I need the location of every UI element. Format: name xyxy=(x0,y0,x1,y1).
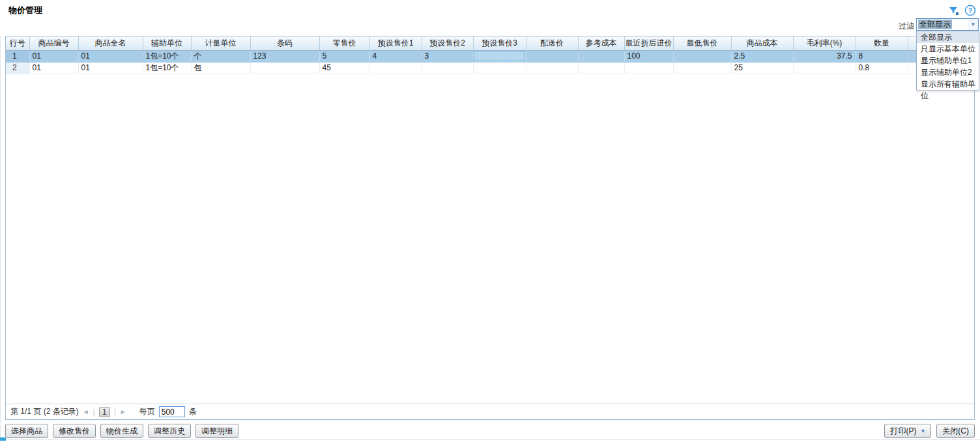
pager-separator: | xyxy=(93,407,95,417)
cell-product-code[interactable]: 01 xyxy=(29,50,78,62)
cell-aux-unit[interactable]: 1包=10个 xyxy=(143,62,191,74)
chevron-down-icon[interactable]: ▼ xyxy=(968,19,978,30)
filter-combobox[interactable]: 全部显示 ▼ xyxy=(916,18,979,31)
page-info: 第 1/1 页 (2 条记录) xyxy=(10,406,79,417)
cell-retail-price[interactable]: 5 xyxy=(319,50,369,62)
action-buttons-left: 选择商品 修改售价 物价生成 调整历史 调整明细 xyxy=(5,424,238,438)
table-row[interactable]: 1 01 01 1包=10个 个 123 5 4 3 100 2.5 37.5 … xyxy=(6,50,974,62)
filter-combobox-value: 全部显示 xyxy=(918,20,952,29)
col-header-quantity[interactable]: 数量 xyxy=(856,36,908,50)
col-header-preset-price-2[interactable]: 预设售价2 xyxy=(422,36,473,50)
cell-delivery-price[interactable] xyxy=(526,62,578,74)
help-icon[interactable]: ? xyxy=(964,5,976,16)
cell-measure-unit[interactable]: 包 xyxy=(191,62,250,74)
select-product-button[interactable]: 选择商品 xyxy=(5,424,48,438)
cell-aux-unit[interactable]: 1包=10个 xyxy=(143,50,191,62)
adjust-detail-button[interactable]: 调整明细 xyxy=(195,424,238,438)
col-header-preset-price-1[interactable]: 预设售价1 xyxy=(369,36,422,50)
modify-price-button[interactable]: 修改售价 xyxy=(53,424,96,438)
price-table-panel: 行号 商品编号 商品全名 辅助单位 计量单位 条码 零售价 预设售价1 预设售价… xyxy=(5,36,975,420)
dropdown-option-aux-unit-1[interactable]: 显示辅助单位1 xyxy=(917,55,979,66)
per-page-input[interactable] xyxy=(159,406,185,417)
cell-preset-price-2[interactable] xyxy=(422,62,473,74)
cell-lowest-price[interactable] xyxy=(673,62,731,74)
per-page-unit: 条 xyxy=(189,406,197,417)
cell-barcode[interactable]: 123 xyxy=(250,50,319,62)
col-header-product-code[interactable]: 商品编号 xyxy=(29,36,78,50)
dropdown-option-all-aux-units[interactable]: 显示所有辅助单位 xyxy=(917,78,979,90)
cell-barcode[interactable] xyxy=(250,62,319,74)
cell-gross-margin[interactable]: 37.5 xyxy=(793,50,856,62)
cell-reference-cost[interactable] xyxy=(578,50,624,62)
col-header-product-cost[interactable]: 商品成本 xyxy=(731,36,793,50)
cell-row-no[interactable]: 1 xyxy=(6,50,29,62)
col-header-gross-margin[interactable]: 毛利率(%) xyxy=(793,36,856,50)
cell-measure-unit[interactable]: 个 xyxy=(191,50,250,62)
cell-product-cost[interactable]: 25 xyxy=(731,62,793,74)
cell-gross-margin[interactable] xyxy=(793,62,856,74)
cell-recent-discounted-cost[interactable] xyxy=(624,62,673,74)
action-buttons-right: 打印(P) ▼ 关闭(C) xyxy=(884,424,975,438)
col-header-lowest-price[interactable]: 最低售价 xyxy=(673,36,731,50)
pagination-bar: 第 1/1 页 (2 条记录) ◄ | 1 | ► 每页 条 xyxy=(6,404,974,419)
cell-retail-price[interactable]: 45 xyxy=(319,62,369,74)
dropdown-option-aux-unit-2[interactable]: 显示辅助单位2 xyxy=(917,66,979,78)
dropdown-option-basic-unit-only[interactable]: 只显示基本单位 xyxy=(917,43,979,55)
col-header-retail-price[interactable]: 零售价 xyxy=(319,36,369,50)
cell-product-code[interactable]: 01 xyxy=(29,62,78,74)
adjust-history-button[interactable]: 调整历史 xyxy=(148,424,191,438)
window-left-edge xyxy=(0,36,1,439)
cell-preset-price-3[interactable] xyxy=(473,62,526,74)
col-header-aux-unit[interactable]: 辅助单位 xyxy=(143,36,191,50)
cell-quantity[interactable]: 0.8 xyxy=(856,62,908,74)
cell-delivery-price[interactable] xyxy=(526,50,578,62)
svg-text:?: ? xyxy=(968,7,972,14)
next-page-icon[interactable]: ► xyxy=(120,408,126,415)
cell-preset-price-2[interactable]: 3 xyxy=(422,50,473,62)
cell-reference-cost[interactable] xyxy=(578,62,624,74)
cell-quantity[interactable]: 8 xyxy=(856,50,908,62)
cell-preset-price-1[interactable] xyxy=(369,62,422,74)
cell-product-name[interactable]: 01 xyxy=(78,50,143,62)
corner-accent-chip xyxy=(0,437,6,441)
filter-funnel-icon[interactable] xyxy=(948,5,960,17)
cell-recent-discounted-cost[interactable]: 100 xyxy=(624,50,673,62)
print-button-label: 打印(P) xyxy=(890,426,916,437)
table-row[interactable]: 2 01 01 1包=10个 包 45 25 0.8 xyxy=(6,62,974,74)
print-button[interactable]: 打印(P) ▼ xyxy=(884,424,931,438)
current-page-button[interactable]: 1 xyxy=(99,407,110,417)
prev-page-icon[interactable]: ◄ xyxy=(83,408,89,415)
col-header-barcode[interactable]: 条码 xyxy=(250,36,319,50)
cell-preset-price-1[interactable]: 4 xyxy=(369,50,422,62)
dropdown-option-show-all[interactable]: 全部显示 xyxy=(917,31,979,43)
col-header-preset-price-3[interactable]: 预设售价3 xyxy=(473,36,526,50)
filter-label: 过滤 xyxy=(899,21,914,32)
col-header-measure-unit[interactable]: 计量单位 xyxy=(191,36,250,50)
cell-row-no[interactable]: 2 xyxy=(6,62,29,74)
page-title: 物价管理 xyxy=(8,5,42,16)
col-header-reference-cost[interactable]: 参考成本 xyxy=(578,36,624,50)
price-table: 行号 商品编号 商品全名 辅助单位 计量单位 条码 零售价 预设售价1 预设售价… xyxy=(6,36,974,74)
table-header-row: 行号 商品编号 商品全名 辅助单位 计量单位 条码 零售价 预设售价1 预设售价… xyxy=(6,36,974,50)
filter-dropdown-list: 全部显示 只显示基本单位 显示辅助单位1 显示辅助单位2 显示所有辅助单位 xyxy=(916,31,979,90)
cell-preset-price-3-focused[interactable] xyxy=(473,50,526,62)
col-header-row-no[interactable]: 行号 xyxy=(6,36,29,50)
window-bottom-divider xyxy=(7,439,980,440)
close-button[interactable]: 关闭(C) xyxy=(936,424,975,438)
pager-separator: | xyxy=(114,407,116,417)
col-header-recent-discounted-cost[interactable]: 最近折后进价 xyxy=(624,36,673,50)
per-page-label: 每页 xyxy=(139,406,155,417)
print-dropdown-icon[interactable]: ▼ xyxy=(920,428,925,434)
price-generate-button[interactable]: 物价生成 xyxy=(100,424,143,438)
cell-product-name[interactable]: 01 xyxy=(78,62,143,74)
cell-lowest-price[interactable] xyxy=(673,50,731,62)
col-header-delivery-price[interactable]: 配送价 xyxy=(526,36,578,50)
col-header-product-name[interactable]: 商品全名 xyxy=(78,36,143,50)
cell-product-cost[interactable]: 2.5 xyxy=(731,50,793,62)
